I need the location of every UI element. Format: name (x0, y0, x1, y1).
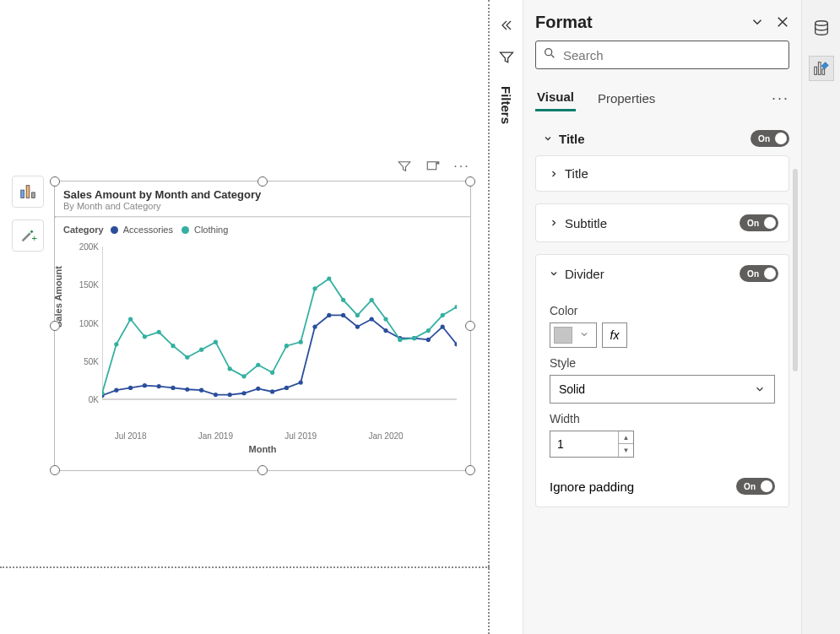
svg-point-12 (199, 388, 203, 393)
resize-handle[interactable] (257, 176, 268, 187)
svg-point-51 (383, 317, 387, 321)
section-title-header[interactable]: Title On (535, 122, 801, 155)
chart-visual[interactable]: ··· Sales Amount by Month and Category B… (54, 181, 471, 471)
format-pane-icon[interactable] (809, 56, 834, 81)
data-pane-icon[interactable] (809, 15, 834, 41)
chevron-down-icon (572, 328, 596, 343)
ignore-padding-label: Ignore padding (550, 480, 736, 494)
svg-rect-60 (814, 67, 816, 74)
card-subtitle-label: Subtitle (565, 216, 740, 230)
color-picker[interactable] (550, 322, 597, 348)
resize-handle[interactable] (465, 465, 475, 475)
resize-handle[interactable] (257, 465, 268, 475)
scrollbar[interactable] (793, 169, 798, 371)
y-tick: 100K (75, 318, 99, 328)
ignore-padding-toggle[interactable]: On (736, 478, 775, 495)
visualizations-tool-button[interactable] (12, 176, 44, 208)
svg-point-53 (412, 336, 416, 340)
svg-point-54 (426, 328, 431, 333)
width-stepper[interactable]: 1 ▲ ▼ (550, 431, 634, 458)
chart-subtitle: By Month and Category (55, 201, 470, 216)
svg-point-9 (157, 384, 161, 388)
svg-point-16 (256, 387, 260, 391)
x-tick: Jan 2020 (368, 431, 403, 441)
filters-pane-collapsed[interactable]: Filters (490, 0, 523, 634)
svg-point-21 (327, 313, 331, 317)
legend-item: Clothing (194, 225, 228, 235)
resize-handle[interactable] (465, 321, 475, 331)
svg-point-24 (370, 317, 374, 321)
svg-rect-1 (26, 186, 30, 198)
resize-handle[interactable] (465, 176, 475, 187)
format-pane-title: Format (535, 13, 742, 32)
search-icon (543, 46, 556, 63)
x-tick: Jan 2019 (198, 431, 233, 441)
collapse-chevron-icon[interactable] (496, 15, 517, 35)
svg-rect-62 (821, 69, 824, 74)
svg-point-28 (426, 338, 431, 342)
svg-point-38 (199, 348, 203, 352)
svg-point-55 (441, 313, 445, 317)
divider-toggle[interactable]: On (740, 265, 778, 282)
svg-point-59 (815, 21, 827, 26)
tab-visual[interactable]: Visual (535, 84, 576, 111)
step-up-icon[interactable]: ▲ (619, 431, 633, 444)
resize-handle[interactable] (50, 176, 60, 187)
svg-point-39 (214, 340, 218, 344)
svg-rect-4 (427, 162, 436, 170)
y-tick: 50K (75, 356, 99, 366)
step-down-icon[interactable]: ▼ (619, 444, 633, 457)
x-tick: Jul 2019 (285, 431, 317, 441)
svg-point-44 (285, 344, 289, 348)
report-canvas[interactable]: + ··· Sales Amount by Month and Category… (0, 0, 490, 634)
tab-properties[interactable]: Properties (596, 86, 657, 111)
format-pane: Format Visual Properties ··· Title On Ti… (523, 0, 801, 634)
card-title-header[interactable]: Title (536, 156, 789, 191)
svg-point-6 (114, 388, 118, 393)
x-tick: Jul 2018 (115, 431, 147, 441)
resize-handle[interactable] (50, 321, 60, 331)
filter-funnel-icon[interactable] (496, 47, 517, 68)
card-subtitle-header[interactable]: Subtitle On (536, 204, 789, 241)
svg-point-10 (171, 386, 175, 390)
style-select[interactable]: Solid (550, 375, 775, 404)
tab-more-icon[interactable]: ··· (772, 89, 789, 107)
svg-point-23 (355, 324, 360, 328)
more-options-icon[interactable]: ··· (453, 158, 470, 175)
chevron-down-icon (546, 268, 561, 279)
resize-handle[interactable] (50, 465, 60, 475)
svg-rect-61 (818, 62, 821, 75)
format-tool-button[interactable]: + (12, 219, 44, 252)
color-swatch-preview (554, 327, 572, 344)
card-divider-header[interactable]: Divider On (536, 255, 789, 292)
fx-button[interactable]: fx (602, 322, 627, 348)
y-tick: 200K (75, 242, 99, 252)
svg-point-11 (185, 387, 189, 392)
style-field-label: Style (550, 356, 775, 370)
y-tick: 0K (75, 395, 99, 404)
focus-mode-icon[interactable] (425, 158, 442, 175)
search-input[interactable] (563, 48, 782, 62)
svg-point-15 (241, 391, 246, 395)
chevron-down-icon (540, 133, 555, 144)
svg-point-50 (370, 298, 374, 302)
filter-icon[interactable] (396, 158, 413, 175)
svg-point-47 (327, 276, 331, 280)
card-divider-label: Divider (565, 267, 740, 281)
width-field-label: Width (550, 412, 775, 425)
svg-point-40 (228, 366, 232, 371)
svg-point-17 (270, 389, 274, 393)
section-title-label: Title (559, 132, 751, 146)
close-icon[interactable] (772, 12, 793, 32)
search-input-container[interactable] (535, 41, 789, 69)
subtitle-toggle[interactable]: On (740, 214, 778, 231)
svg-point-58 (545, 49, 552, 56)
color-field-label: Color (550, 304, 775, 317)
svg-point-45 (299, 340, 303, 344)
width-value: 1 (550, 437, 618, 451)
chevron-down-icon[interactable] (747, 12, 767, 32)
svg-point-36 (171, 344, 175, 348)
title-toggle[interactable]: On (751, 130, 789, 147)
legend-marker-clothing (182, 226, 189, 234)
svg-point-25 (383, 328, 387, 333)
